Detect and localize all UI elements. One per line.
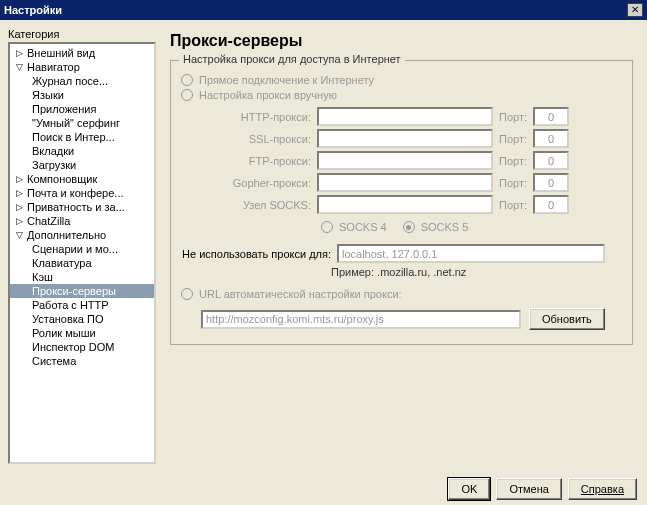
http-port-input[interactable]	[533, 107, 569, 126]
ftp-port-input[interactable]	[533, 151, 569, 170]
tree-item[interactable]: ▷Внешний вид	[10, 46, 154, 60]
noproxy-label: Не использовать прокси для:	[181, 248, 331, 260]
tree-item[interactable]: Прокси-серверы	[10, 284, 154, 298]
noproxy-input[interactable]	[337, 244, 605, 263]
tree-item[interactable]: "Умный" серфинг	[10, 116, 154, 130]
cancel-button[interactable]: Отмена	[496, 478, 561, 500]
tree-item[interactable]: Кэш	[10, 270, 154, 284]
gopher-port-input[interactable]	[533, 173, 569, 192]
fieldset-legend: Настройка прокси для доступа в Интернет	[179, 53, 405, 65]
dialog-buttons: OK Отмена Справка	[0, 472, 647, 505]
tree-item[interactable]: Журнал посе...	[10, 74, 154, 88]
tree-item[interactable]: Инспектор DOM	[10, 340, 154, 354]
proxy-fieldset: Настройка прокси для доступа в Интернет …	[170, 60, 633, 345]
socks-port-input[interactable]	[533, 195, 569, 214]
tree-item[interactable]: ▷Компоновщик	[10, 172, 154, 186]
tree-item[interactable]: Приложения	[10, 102, 154, 116]
reload-button[interactable]: Обновить	[529, 308, 605, 330]
tree-item[interactable]: Ролик мыши	[10, 326, 154, 340]
ok-button[interactable]: OK	[448, 478, 490, 500]
ssl-host-input[interactable]	[317, 129, 493, 148]
radio-icon	[181, 89, 193, 101]
radio-socks4[interactable]: SOCKS 4	[321, 221, 387, 233]
titlebar: Настройки ✕	[0, 0, 647, 20]
tree-item[interactable]: Загрузки	[10, 158, 154, 172]
tree-item[interactable]: Система	[10, 354, 154, 368]
close-button[interactable]: ✕	[627, 3, 643, 17]
tree-item[interactable]: ▷ChatZilla	[10, 214, 154, 228]
tree-item[interactable]: Работа с HTTP	[10, 298, 154, 312]
radio-icon	[181, 74, 193, 86]
tree-item[interactable]: ▽Дополнительно	[10, 228, 154, 242]
radio-auto[interactable]: URL автоматической настройки прокси:	[181, 288, 622, 300]
tree-item[interactable]: Установка ПО	[10, 312, 154, 326]
tree-item[interactable]: Клавиатура	[10, 256, 154, 270]
radio-socks5[interactable]: SOCKS 5	[403, 221, 469, 233]
tree-item[interactable]: Поиск в Интер...	[10, 130, 154, 144]
ssl-port-input[interactable]	[533, 129, 569, 148]
tree-item[interactable]: ▷Почта и конфере...	[10, 186, 154, 200]
radio-manual[interactable]: Настройка прокси вручную	[181, 89, 622, 101]
help-button[interactable]: Справка	[568, 478, 637, 500]
http-host-input[interactable]	[317, 107, 493, 126]
gopher-host-input[interactable]	[317, 173, 493, 192]
proxy-panel: Прокси-серверы Настройка прокси для дост…	[164, 28, 639, 464]
window-title: Настройки	[4, 4, 62, 16]
tree-item[interactable]: Сценарии и мо...	[10, 242, 154, 256]
category-label: Категория	[8, 28, 156, 40]
tree-item[interactable]: ▽Навигатор	[10, 60, 154, 74]
radio-direct[interactable]: Прямое подключение к Интернету	[181, 74, 622, 86]
category-tree[interactable]: ▷Внешний вид▽НавигаторЖурнал посе...Язык…	[8, 42, 156, 464]
radio-icon	[181, 288, 193, 300]
tree-item[interactable]: Языки	[10, 88, 154, 102]
socks-host-input[interactable]	[317, 195, 493, 214]
tree-item[interactable]: Вкладки	[10, 144, 154, 158]
ftp-host-input[interactable]	[317, 151, 493, 170]
tree-item[interactable]: ▷Приватность и за...	[10, 200, 154, 214]
auto-url-input[interactable]	[201, 310, 521, 329]
example-text: Пример: .mozilla.ru, .net.nz	[331, 266, 622, 278]
